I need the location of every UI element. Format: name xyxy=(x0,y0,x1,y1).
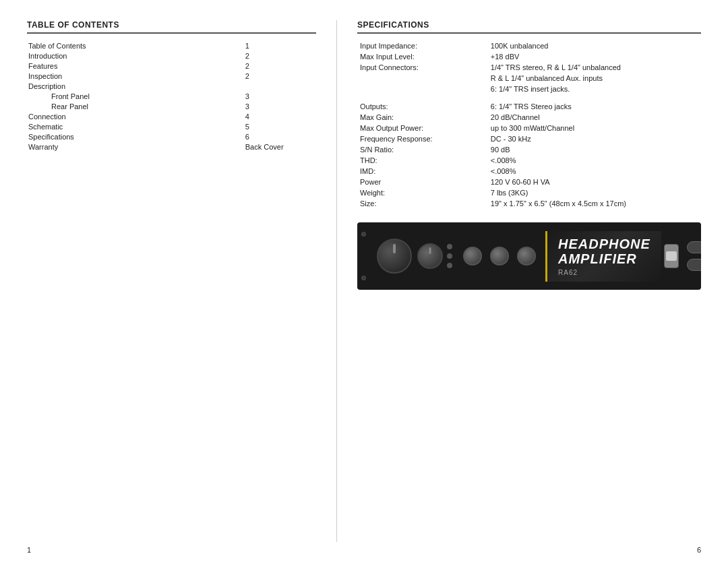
toc-label: Front Panel xyxy=(27,91,244,101)
toc-label: Connection xyxy=(27,111,244,121)
spec-label: THD: xyxy=(357,155,488,166)
spec-value: 7 lbs (3KG) xyxy=(488,187,701,198)
toc-row: Front Panel3 xyxy=(27,91,316,101)
main-knob-medium xyxy=(417,243,443,269)
power-switch-inner xyxy=(666,251,677,261)
toc-title: TABLE OF CONTENTS xyxy=(27,20,316,34)
specs-row: Max Gain:20 dB/Channel xyxy=(357,112,701,123)
specs-row: THD:<.008% xyxy=(357,155,701,166)
toc-section: TABLE OF CONTENTS Table of Contents1Intr… xyxy=(27,20,337,542)
indicator-dot-bottom xyxy=(361,276,366,280)
toc-page: 6 xyxy=(244,131,316,142)
knob-small-2 xyxy=(490,247,509,266)
panel-dot-2 xyxy=(447,253,452,259)
toc-label: Features xyxy=(27,61,244,71)
spec-label xyxy=(357,73,488,84)
spec-label: IMD: xyxy=(357,166,488,177)
center-knobs xyxy=(456,247,543,266)
right-buttons xyxy=(687,241,701,271)
toc-label: Table of Contents xyxy=(27,40,244,51)
spec-label: Input Impedance: xyxy=(357,40,488,51)
toc-row: Specifications6 xyxy=(27,131,316,142)
page-number-right: 6 xyxy=(697,546,701,554)
spec-value: <.008% xyxy=(488,155,701,166)
spec-label: Outputs: xyxy=(357,101,488,112)
toc-table: Table of Contents1Introduction2Features2… xyxy=(27,40,316,152)
specs-row: Frequency Response:DC - 30 kHz xyxy=(357,133,701,144)
toc-page: 5 xyxy=(244,121,316,131)
specs-row: 6: 1/4" TRS insert jacks. xyxy=(357,84,701,94)
panel-dot-3 xyxy=(447,263,452,268)
panel-dots xyxy=(443,244,456,268)
page-number-left: 1 xyxy=(27,546,31,554)
toc-label: Specifications xyxy=(27,131,244,142)
specs-section: SPECIFICATIONS Input Impedance:100K unba… xyxy=(337,20,701,542)
toc-page: 3 xyxy=(244,91,316,101)
toc-label: Inspection xyxy=(27,71,244,81)
toc-row: Introduction2 xyxy=(27,51,316,61)
specs-row: Outputs:6: 1/4" TRS Stereo jacks xyxy=(357,101,701,112)
toc-page xyxy=(244,81,316,91)
knob-small-3 xyxy=(517,247,536,266)
power-switch xyxy=(664,244,679,268)
toc-page: 2 xyxy=(244,51,316,61)
spec-value: 120 V 60-60 H VA xyxy=(488,177,701,187)
specs-title: SPECIFICATIONS xyxy=(357,20,701,34)
knob-area-left xyxy=(370,239,443,274)
spec-label: Max Gain: xyxy=(357,112,488,123)
specs-row: Input Connectors:1/4" TRS stereo, R & L … xyxy=(357,62,701,73)
spec-label: Weight: xyxy=(357,187,488,198)
spec-label: Input Connectors: xyxy=(357,62,488,73)
toc-label: Schematic xyxy=(27,121,244,131)
spec-value: 6: 1/4" TRS Stereo jacks xyxy=(488,101,701,112)
spec-label: Size: xyxy=(357,198,488,209)
spec-value: R & L 1/4" unbalanced Aux. inputs xyxy=(488,73,701,84)
toc-page: 1 xyxy=(244,40,316,51)
toc-row: Schematic5 xyxy=(27,121,316,131)
spec-label: S/N Ratio: xyxy=(357,144,488,155)
toc-row: Inspection2 xyxy=(27,71,316,81)
toc-page: 2 xyxy=(244,71,316,81)
toc-row: Connection4 xyxy=(27,111,316,121)
specs-row: R & L 1/4" unbalanced Aux. inputs xyxy=(357,73,701,84)
knob-small-1 xyxy=(463,247,482,266)
panel-right-area xyxy=(664,244,687,268)
toc-page: 2 xyxy=(244,61,316,71)
spec-value: 90 dB xyxy=(488,144,701,155)
left-indicators xyxy=(357,222,370,290)
main-knob-large xyxy=(377,239,412,274)
toc-row: Table of Contents1 xyxy=(27,40,316,51)
specs-row: Weight:7 lbs (3KG) xyxy=(357,187,701,198)
spec-value: up to 300 mWatt/Channel xyxy=(488,123,701,133)
toc-label: Warranty xyxy=(27,142,244,152)
specs-row: IMD:<.008% xyxy=(357,166,701,177)
spec-label: Frequency Response: xyxy=(357,133,488,144)
indicator-dot-top xyxy=(361,232,366,237)
panel-dot-1 xyxy=(447,244,452,249)
spec-value: <.008% xyxy=(488,166,701,177)
toc-page: Back Cover xyxy=(244,142,316,152)
spec-value: +18 dBV xyxy=(488,51,701,62)
specs-row: Size:19" x 1.75" x 6.5" (48cm x 4.5cm x … xyxy=(357,198,701,209)
spec-label: Max Output Power: xyxy=(357,123,488,133)
device-panel: HEADPHONE AMPLIFIER RA62 xyxy=(357,222,701,290)
spec-value: 100K unbalanced xyxy=(488,40,701,51)
specs-row: Max Output Power:up to 300 mWatt/Channel xyxy=(357,123,701,133)
toc-label: Rear Panel xyxy=(27,101,244,111)
spec-label: Max Input Level: xyxy=(357,51,488,62)
specs-spacer-row xyxy=(357,94,701,101)
specs-row: Max Input Level:+18 dBV xyxy=(357,51,701,62)
specs-row: Power120 V 60-60 H VA xyxy=(357,177,701,187)
specs-row: Input Impedance:100K unbalanced xyxy=(357,40,701,51)
spec-value: 1/4" TRS stereo, R & L 1/4" unbalanced xyxy=(488,62,701,73)
brand-area: HEADPHONE AMPLIFIER RA62 xyxy=(545,231,661,282)
toc-label: Description xyxy=(27,81,244,91)
toc-row: WarrantyBack Cover xyxy=(27,142,316,152)
toc-row: Description xyxy=(27,81,316,91)
spec-label: Power xyxy=(357,177,488,187)
toc-page: 3 xyxy=(244,101,316,111)
toc-label: Introduction xyxy=(27,51,244,61)
specs-row: S/N Ratio:90 dB xyxy=(357,144,701,155)
spec-value: 6: 1/4" TRS insert jacks. xyxy=(488,84,701,94)
toc-row: Rear Panel3 xyxy=(27,101,316,111)
